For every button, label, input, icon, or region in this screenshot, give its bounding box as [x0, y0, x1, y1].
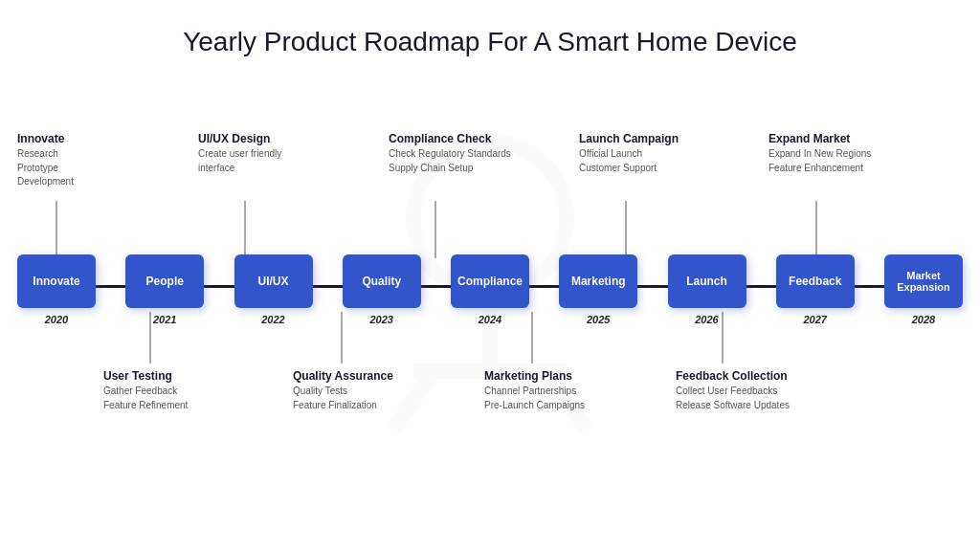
node-box-marketing: Marketing — [559, 254, 637, 308]
marketing-plans-title: Marketing Plans — [484, 369, 609, 383]
user-testing-bottom-label: User Testing Gather FeedbackFeature Refi… — [103, 369, 218, 412]
node-launch: Launch 2026 — [668, 254, 746, 325]
node-quality: Quality 2023 — [343, 254, 421, 325]
feedback-collection-bottom-label: Feedback Collection Collect User Feedbac… — [676, 369, 810, 412]
node-compliance: Compliance 2024 — [451, 254, 529, 325]
innovate-top-sub: ResearchPrototype Development — [17, 147, 113, 189]
node-year-marketing: 2025 — [587, 314, 610, 325]
innovate-top-title: Innovate — [17, 132, 113, 145]
node-box-compliance: Compliance — [451, 254, 529, 308]
node-box-uiux: UI/UX — [234, 254, 313, 308]
expand-top-label: Expand Market Expand In New RegionsFeatu… — [768, 132, 883, 175]
roadmap-container: Innovate ResearchPrototype Development U… — [0, 67, 980, 541]
launch-top-label: Launch Campaign Official LaunchCustomer … — [579, 132, 694, 175]
marketing-plans-bottom-label: Marketing Plans Channel PartnershipsPre-… — [484, 369, 609, 412]
compliance-top-label: Compliance Check Check Regulatory Standa… — [389, 132, 513, 175]
node-box-feedback: Feedback — [776, 254, 855, 308]
uiux-top-label: UI/UX Design Create user friendlyinterfa… — [198, 132, 303, 175]
launch-top-sub: Official LaunchCustomer Support — [579, 147, 694, 175]
node-year-people: 2021 — [153, 314, 176, 325]
node-year-quality: 2023 — [370, 314, 393, 325]
quality-assurance-sub: Quality TestsFeature Finalization — [293, 385, 417, 412]
expand-top-title: Expand Market — [768, 132, 883, 145]
node-innovate: Innovate 2020 — [17, 254, 96, 325]
node-year-compliance: 2024 — [479, 314, 501, 325]
node-year-uiux: 2022 — [261, 314, 284, 325]
node-year-market-expansion: 2028 — [912, 314, 935, 325]
expand-top-sub: Expand In New RegionsFeature Enhancement — [768, 147, 883, 175]
node-market-expansion: MarketExpansion 2028 — [884, 254, 963, 325]
node-box-people: People — [125, 254, 204, 308]
uiux-top-title: UI/UX Design — [198, 132, 303, 145]
node-box-market-expansion: MarketExpansion — [884, 254, 963, 308]
node-uiux: UI/UX 2022 — [234, 254, 313, 325]
uiux-top-sub: Create user friendlyinterface — [198, 147, 303, 175]
launch-top-title: Launch Campaign — [579, 132, 694, 145]
page-title: Yearly Product Roadmap For A Smart Home … — [0, 0, 980, 67]
compliance-top-title: Compliance Check — [389, 132, 513, 145]
compliance-top-sub: Check Regulatory StandardsSupply Chain S… — [389, 147, 513, 175]
marketing-plans-sub: Channel PartnershipsPre-Launch Campaigns — [484, 385, 609, 412]
feedback-collection-title: Feedback Collection — [676, 369, 810, 383]
node-box-innovate: Innovate — [17, 254, 96, 308]
node-box-launch: Launch — [668, 254, 746, 308]
quality-assurance-title: Quality Assurance — [293, 369, 417, 383]
feedback-collection-sub: Collect User FeedbacksRelease Software U… — [676, 385, 810, 412]
node-people: People 2021 — [125, 254, 204, 325]
node-year-launch: 2026 — [695, 314, 718, 325]
innovate-top-label: Innovate ResearchPrototype Development — [17, 132, 113, 189]
node-marketing: Marketing 2025 — [559, 254, 637, 325]
user-testing-title: User Testing — [103, 369, 218, 383]
node-year-feedback: 2027 — [804, 314, 827, 325]
user-testing-sub: Gather FeedbackFeature Refinement — [103, 385, 218, 412]
node-year-innovate: 2020 — [45, 314, 68, 325]
node-feedback: Feedback 2027 — [776, 254, 855, 325]
quality-assurance-bottom-label: Quality Assurance Quality TestsFeature F… — [293, 369, 417, 412]
node-box-quality: Quality — [343, 254, 421, 308]
